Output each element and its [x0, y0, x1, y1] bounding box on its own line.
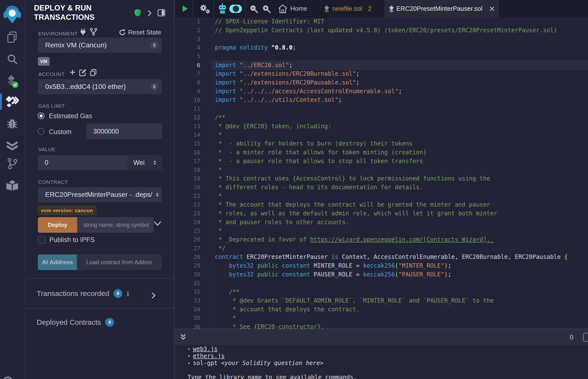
line-number: 30	[175, 270, 200, 279]
code-line: 12/**	[175, 113, 588, 122]
line-number: 36	[175, 323, 200, 329]
code-line: 16 * - a minter role that allows for tok…	[175, 148, 588, 157]
debugger-icon[interactable]	[6, 118, 18, 129]
git-icon[interactable]	[7, 158, 18, 170]
line-number: 15	[175, 140, 200, 148]
reset-state-button[interactable]: Reset State	[119, 29, 161, 36]
account-label: ACCOUNT	[38, 71, 65, 77]
line-number: 13	[175, 122, 200, 131]
ai-toggle[interactable]	[229, 5, 242, 13]
at-address-button[interactable]: At Address	[38, 254, 77, 270]
estimated-gas-radio[interactable]	[38, 112, 45, 119]
select-arrows-icon	[150, 42, 158, 49]
plug-icon[interactable]	[80, 28, 86, 36]
code-line: 30 bytes32 public constant PAUSER_ROLE =…	[175, 270, 588, 279]
value-input[interactable]: 0	[38, 155, 127, 170]
divider	[213, 0, 214, 17]
search-icon[interactable]	[7, 54, 17, 64]
divider	[25, 278, 174, 279]
line-number: 7	[175, 70, 200, 79]
line-number: 14	[175, 131, 200, 140]
tab-newfile[interactable]: newfile.sol	[332, 0, 362, 17]
expand-deploy-icon[interactable]	[154, 221, 161, 226]
home-icon[interactable]	[278, 4, 288, 14]
plugin-manager-icon[interactable]	[5, 180, 19, 191]
zoom-in-icon[interactable]	[262, 4, 271, 14]
line-number: 10	[175, 96, 200, 105]
terminal-menu-icon[interactable]	[583, 333, 588, 342]
code-line: 36 * See {ERC20-constructor}.	[175, 323, 588, 329]
contract-label: CONTRACT	[38, 179, 68, 185]
edit-account-icon[interactable]	[79, 69, 86, 76]
contract-select[interactable]: ERC20PresetMinterPauser - .deps/	[38, 187, 162, 202]
line-number: 34	[175, 305, 200, 314]
static-analysis-icon[interactable]	[6, 140, 18, 150]
close-icon[interactable]	[489, 6, 495, 12]
editor: Home newfile.sol 2 ERC20PresetMinterPaus…	[175, 0, 588, 329]
line-number: 35	[175, 314, 200, 323]
code-line: 28contract ERC20PresetMinterPauser is Co…	[175, 253, 588, 262]
editor-tabbar: Home newfile.sol 2 ERC20PresetMinterPaus…	[175, 0, 588, 17]
terminal-link[interactable]: web3.js	[193, 346, 217, 353]
line-number: 27	[175, 244, 200, 253]
value-label: VALUE	[38, 146, 55, 152]
deployed-count-badge: 0	[105, 318, 114, 327]
ai-assistant-icon[interactable]	[217, 3, 227, 15]
line-number: 33	[175, 297, 200, 305]
divider	[192, 0, 193, 17]
code-line: 10import "../../../utils/Context.sol";	[175, 96, 588, 105]
solidity-compiler-icon[interactable]	[5, 75, 19, 89]
select-arrows-icon	[150, 83, 158, 91]
publish-ipfs-checkbox[interactable]	[38, 236, 46, 244]
account-select[interactable]: 0x5B3...eddC4 (100 ether)	[38, 79, 162, 94]
panel-layout-icon[interactable]	[157, 9, 165, 16]
shield-icon[interactable]	[134, 9, 141, 16]
active-plugin-indicator	[0, 94, 2, 110]
deploy-run-icon[interactable]	[6, 96, 19, 107]
terminal-hint: Type the library name to see available c…	[187, 374, 588, 379]
file-explorer-icon[interactable]	[7, 31, 17, 43]
code-line: 4pragma solidity ^0.8.0;	[175, 44, 588, 52]
line-number: 12	[175, 113, 200, 122]
code-line: 8import "../extensions/ERC20Pausable.sol…	[175, 79, 588, 87]
settings-icon[interactable]	[1, 375, 14, 379]
expand-transactions-icon[interactable]	[151, 292, 156, 299]
collapse-terminal-icon[interactable]	[180, 333, 187, 341]
terminal-entry: •ethers.js	[175, 353, 588, 360]
code-line: 27 */	[175, 244, 588, 253]
deploy-row: Deploy string name, string symbol	[38, 217, 154, 233]
custom-gas-radio[interactable]	[38, 128, 45, 135]
line-number: 2	[175, 26, 200, 35]
line-number: 4	[175, 44, 200, 52]
add-account-icon[interactable]	[69, 69, 76, 76]
unit-stepper-icon	[153, 160, 156, 165]
deploy-button[interactable]: Deploy	[38, 217, 77, 233]
terminal-link[interactable]: ethers.js	[193, 353, 225, 360]
transactions-recorded-label: Transactions recorded	[37, 289, 109, 298]
remix-logo[interactable]	[3, 5, 21, 24]
info-icon[interactable]: i	[127, 290, 129, 298]
deploy-args-input[interactable]: string name, string symbol	[77, 217, 154, 233]
run-script-icon[interactable]	[182, 5, 188, 12]
tab-active[interactable]: ERC20PresetMinterPauser.sol	[385, 0, 499, 17]
code-line: 33 * @dev Grants `DEFAULT_ADMIN_ROLE`, `…	[175, 297, 588, 305]
code-lines[interactable]: 1// SPDX-License-Identifier: MIT2// Open…	[175, 17, 588, 329]
value-unit-select[interactable]: Wei	[127, 155, 162, 170]
script-config-icon[interactable]	[199, 3, 210, 14]
tab-home[interactable]: Home	[290, 0, 307, 17]
code-line: 18 *	[175, 166, 588, 174]
zoom-out-icon[interactable]	[249, 4, 258, 14]
code-line: 20 * different roles - head to its docum…	[175, 183, 588, 192]
code-line: 13 * @dev {ERC20} token, including:	[175, 122, 588, 131]
fork-icon[interactable]	[90, 28, 97, 36]
environment-select[interactable]: Remix VM (Cancun)	[38, 38, 162, 53]
code-line: 26 * _Deprecated in favor of https://wiz…	[175, 236, 588, 244]
code-line: 17 * - a pauser role that allows to stop…	[175, 157, 588, 166]
estimated-gas-label: Estimated Gas	[49, 112, 92, 119]
custom-gas-input[interactable]: 3000000	[86, 124, 162, 139]
copy-account-icon[interactable]	[90, 69, 97, 76]
chevron-right-icon[interactable]	[147, 10, 152, 16]
divider	[25, 308, 174, 309]
at-address-input[interactable]: Load contract from Addres	[77, 254, 162, 270]
terminal: 0 •web3.js•ethers.js•sol-gpt <your Solid…	[175, 329, 588, 379]
